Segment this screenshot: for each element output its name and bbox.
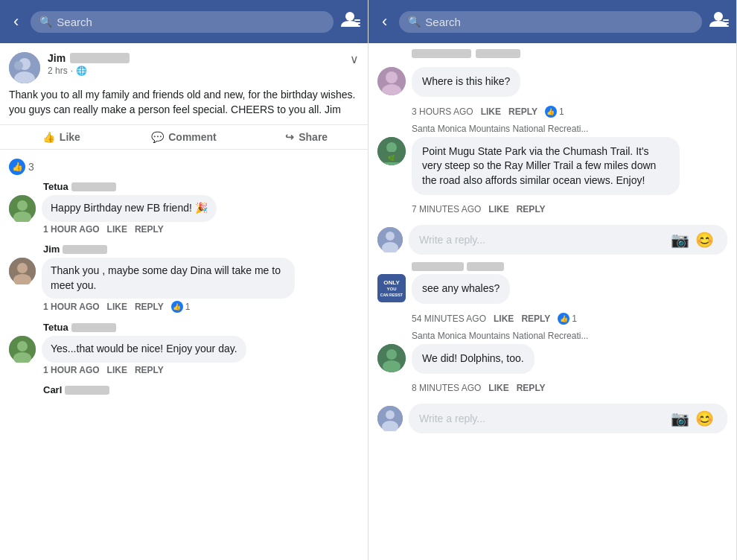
comment-bubble-1: Happy Birthday new FB friend! 🎉 [42, 195, 217, 222]
comment-avatar-1 [9, 195, 36, 222]
thread-block-2: Santa Monica Mountains National Recreati… [377, 124, 727, 215]
share-button[interactable]: ↪ Share [245, 125, 368, 149]
thread-time-3: 54 MINUTES AGO [412, 314, 486, 324]
comment-like-btn-1[interactable]: LIKE [107, 224, 127, 235]
svg-point-37 [386, 349, 397, 360]
left-search-text: Search [57, 16, 92, 28]
reply-input-icons-1: 📷 😊 [671, 231, 717, 249]
right-search-bar[interactable]: 🔍 Search [399, 11, 702, 33]
commenter-name-row-3: Tetua [9, 322, 359, 333]
comment-like-count-2: 👍 1 [171, 301, 191, 313]
comment-group-3: Tetua Yes...that would be nice! Enjoy yo… [9, 322, 359, 375]
comment-like-btn-2[interactable]: LIKE [107, 302, 127, 312]
comment-reply-btn-1[interactable]: REPLY [135, 224, 164, 235]
share-icon: ↪ [285, 131, 294, 143]
right-search-icon: 🔍 [408, 16, 421, 28]
emoji-icon-2[interactable]: 😊 [695, 410, 714, 427]
comment-bubble-row-3: Yes...that would be nice! Enjoy your day… [9, 336, 359, 363]
org-avatar-4 [377, 344, 406, 372]
comment-like-btn-3[interactable]: LIKE [107, 365, 127, 375]
thread-time-4: 8 MINUTES AGO [412, 383, 481, 393]
thread-block-1: Where is this hike? 3 HOURS AGO LIKE REP… [377, 67, 727, 118]
svg-text:CAN RESIST: CAN RESIST [380, 293, 403, 297]
thread-like-btn-3[interactable]: LIKE [494, 314, 514, 324]
thread-comment-3: ONLY YOU CAN RESIST see any whales? [377, 274, 727, 304]
svg-point-38 [383, 360, 401, 372]
back-button[interactable]: ‹ [7, 9, 25, 34]
post-meta: 2 hrs · 🌐 [48, 66, 342, 76]
post-author-avatar [9, 52, 40, 83]
svg-rect-1 [354, 19, 360, 21]
comment-bubble-row-2: Thank you , maybe some day Dina will tak… [9, 258, 359, 299]
thread-like-btn-2[interactable]: LIKE [488, 204, 508, 214]
reply-placeholder-1: Write a reply... [419, 234, 485, 246]
thread-actions-3: 54 MINUTES AGO LIKE REPLY 👍 1 [377, 313, 727, 325]
reply-input-avatar-2 [377, 406, 403, 431]
right-profile-icon[interactable] [708, 10, 729, 33]
svg-point-0 [345, 12, 354, 21]
thread-like-value-3: 1 [572, 314, 577, 324]
camera-icon-1[interactable]: 📷 [671, 231, 689, 249]
comment-button[interactable]: 💬 Comment [123, 125, 246, 149]
reply-input-box-2[interactable]: Write a reply... 📷 😊 [409, 404, 727, 433]
emoji-icon-1[interactable]: 😊 [695, 231, 714, 249]
svg-point-25 [386, 142, 397, 153]
thread-reply-btn-4[interactable]: REPLY [517, 383, 546, 393]
reply-input-box-1[interactable]: Write a reply... 📷 😊 [409, 225, 727, 255]
chevron-down-icon[interactable]: ∨ [350, 52, 359, 66]
thread-actions-2: 7 MINUTES AGO LIKE REPLY [377, 204, 727, 214]
like-button[interactable]: 👍 Like [0, 125, 123, 149]
thread-actions-1: 3 HOURS AGO LIKE REPLY 👍 1 [377, 106, 727, 118]
commenter-name-row-2: Jim [9, 244, 359, 255]
reply-input-icons-2: 📷 😊 [671, 410, 717, 427]
reply-placeholder-2: Write a reply... [419, 413, 485, 424]
org-name-4: Santa Monica Mountains National Recreati… [377, 331, 727, 341]
thread-like-count-1: 👍 1 [545, 106, 564, 118]
svg-point-40 [386, 410, 395, 419]
thread-user-blurred-3 [377, 262, 727, 271]
reply-input-avatar-1 [377, 227, 403, 252]
reply-input-row-1: Write a reply... 📷 😊 [377, 220, 727, 262]
org-name-2: Santa Monica Mountains National Recreati… [377, 124, 727, 134]
right-scroll-area: Where is this hike? 3 HOURS AGO LIKE REP… [368, 43, 736, 560]
commenter-name-3: Tetua [43, 322, 68, 333]
comments-area: Tetua Happy Birthday new FB friend! 🎉 1 … [0, 181, 368, 560]
thread-reply-btn-2[interactable]: REPLY [517, 204, 546, 214]
comment-reply-btn-3[interactable]: REPLY [135, 365, 164, 375]
svg-rect-2 [354, 22, 360, 24]
thread-comment-1: Where is this hike? [377, 67, 727, 97]
thread-reply-btn-3[interactable]: REPLY [521, 314, 550, 324]
post-header: Jim 2 hrs · 🌐 ∨ [0, 43, 368, 88]
comment-reply-btn-2[interactable]: REPLY [135, 302, 164, 312]
left-search-bar[interactable]: 🔍 Search [31, 11, 334, 33]
commenter-name-2: Jim [43, 244, 60, 255]
left-header: ‹ 🔍 Search [0, 0, 368, 43]
post-user-info: Jim 2 hrs · 🌐 [48, 52, 342, 76]
thread-time-1: 3 HOURS AGO [412, 106, 473, 117]
camera-icon-2[interactable]: 📷 [671, 410, 689, 427]
post-actions: 👍 Like 💬 Comment ↪ Share [0, 124, 368, 150]
thread-like-btn-1[interactable]: LIKE [481, 106, 501, 117]
svg-point-15 [17, 341, 28, 351]
mini-reaction-icon-t1: 👍 [545, 106, 557, 118]
right-back-button[interactable]: ‹ [376, 9, 393, 34]
svg-point-30 [386, 232, 395, 241]
thread-block-3: ONLY YOU CAN RESIST see any whales? 54 M… [377, 262, 727, 325]
svg-point-7 [14, 61, 23, 70]
thread-avatar-1 [377, 67, 406, 95]
share-label: Share [299, 131, 328, 143]
reaction-bubble: 👍 [9, 159, 25, 175]
comment-icon: 💬 [151, 131, 164, 143]
thread-block-4: Santa Monica Mountains National Recreati… [377, 331, 727, 393]
reply-input-row-2: Write a reply... 📷 😊 [377, 399, 727, 441]
thread-bubble-1: Where is this hike? [412, 67, 520, 97]
thread-actions-4: 8 MINUTES AGO LIKE REPLY [377, 383, 727, 393]
thread-like-btn-4[interactable]: LIKE [488, 383, 508, 393]
post-author-name: Jim [48, 52, 342, 64]
thread-reply-btn-1[interactable]: REPLY [508, 106, 537, 117]
profile-icon[interactable] [339, 10, 360, 33]
blurred-name-1 [412, 49, 471, 58]
thread-like-value-1: 1 [559, 106, 564, 117]
commenter-name-1: Tetua [43, 181, 68, 192]
post-time: 2 hrs [48, 66, 68, 76]
